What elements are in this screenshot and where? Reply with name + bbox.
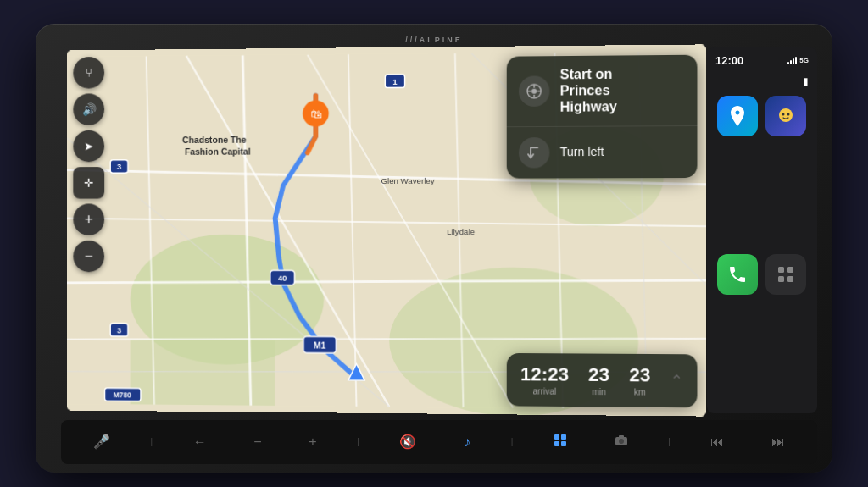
bottom-control-bar: 🎤 | ← − + | 🔇 ♪ |	[61, 420, 817, 464]
svg-text:Fashion Capital: Fashion Capital	[185, 146, 251, 156]
pan-btn[interactable]: ✛	[73, 167, 104, 199]
nav-turn-icon	[519, 136, 550, 167]
battery-icon: ▮	[712, 75, 812, 87]
device-body: ///ALPINE	[36, 24, 832, 473]
music-btn[interactable]: ♪	[457, 431, 477, 453]
distance-label: km	[629, 387, 650, 396]
svg-rect-51	[787, 276, 793, 282]
mute-btn[interactable]: 🔇	[392, 430, 423, 453]
app-waze-icon[interactable]	[765, 96, 806, 136]
volume-btn[interactable]: 🔊	[73, 93, 104, 125]
svg-rect-52	[554, 434, 559, 440]
svg-rect-49	[787, 267, 793, 273]
svg-rect-58	[619, 435, 624, 438]
minus-btn[interactable]: −	[247, 431, 268, 453]
grid-mode-btn[interactable]	[547, 430, 574, 454]
nav-step-1-text: Start onPrincesHighway	[560, 65, 617, 115]
compass-btn[interactable]: ➤	[73, 130, 104, 162]
svg-text:40: 40	[278, 273, 287, 282]
zoom-in-btn[interactable]: +	[73, 203, 104, 235]
zoom-out-btn[interactable]: −	[73, 240, 104, 271]
svg-rect-53	[561, 434, 566, 440]
route-btn[interactable]: ⑂	[73, 56, 104, 88]
svg-text:3: 3	[117, 325, 121, 335]
svg-rect-54	[554, 441, 559, 446]
map-area[interactable]: M1 40 1 M780 🛍 Chadsto	[67, 44, 706, 416]
svg-rect-50	[778, 276, 784, 282]
signal-bars	[787, 56, 797, 64]
eta-duration: 23 min	[588, 363, 609, 396]
prev-btn[interactable]: ⏮	[704, 431, 731, 453]
eta-distance: 23 km	[629, 363, 650, 396]
side-panel: 12:00 5G ▮	[707, 47, 817, 413]
svg-text:Chadstone The: Chadstone The	[182, 135, 247, 145]
distance-value: 23	[629, 363, 650, 386]
nav-start-icon	[519, 75, 550, 107]
plus-btn[interactable]: +	[302, 431, 323, 453]
brand-logo: ///ALPINE	[405, 36, 463, 44]
camera-btn[interactable]	[608, 431, 635, 453]
next-btn[interactable]: ⏭	[765, 431, 792, 453]
eta-expand-btn[interactable]: ⌃	[670, 371, 683, 390]
svg-rect-48	[778, 267, 784, 273]
status-bar: 12:00 5G	[712, 54, 812, 67]
network-type: 5G	[799, 57, 809, 64]
arrival-label: arrival	[520, 386, 569, 396]
svg-point-45	[779, 108, 793, 122]
nav-step-2: Turn left	[507, 125, 698, 178]
svg-point-47	[787, 113, 790, 115]
duration-value: 23	[588, 363, 609, 385]
back-btn[interactable]: ←	[186, 431, 214, 453]
app-phone-icon[interactable]	[717, 254, 758, 295]
app-grid-btn[interactable]	[765, 254, 806, 295]
app-grid	[712, 96, 812, 407]
svg-text:Lilydale: Lilydale	[447, 226, 475, 235]
eta-bar: 12:23 arrival 23 min 23 km ⌃	[507, 352, 698, 407]
navigation-card: Start onPrincesHighway Turn left	[507, 54, 698, 177]
svg-rect-55	[561, 441, 566, 446]
svg-text:M1: M1	[314, 340, 326, 350]
svg-text:3: 3	[117, 162, 121, 171]
duration-label: min	[588, 386, 609, 396]
car-display-device: ///ALPINE	[27, 15, 841, 473]
svg-text:🛍: 🛍	[310, 108, 321, 120]
svg-text:1: 1	[392, 76, 398, 86]
svg-text:M780: M780	[114, 390, 131, 399]
nav-step-1: Start onPrincesHighway	[507, 54, 698, 126]
nav-step-2-text: Turn left	[560, 145, 604, 159]
svg-point-57	[619, 439, 624, 444]
svg-text:Glen Waverley: Glen Waverley	[381, 175, 435, 185]
main-screen: M1 40 1 M780 🛍 Chadsto	[67, 44, 706, 416]
eta-arrival: 12:23 arrival	[520, 363, 569, 396]
clock: 12:00	[715, 54, 743, 67]
svg-point-46	[782, 113, 785, 115]
svg-point-40	[531, 88, 537, 93]
app-maps-icon[interactable]	[717, 96, 758, 136]
mic-btn[interactable]: 🎤	[86, 430, 117, 453]
map-toolbar: ⑂ 🔊 ➤ ✛ + −	[73, 56, 104, 271]
arrival-time: 12:23	[520, 363, 569, 386]
signal-area: 5G	[787, 56, 809, 64]
